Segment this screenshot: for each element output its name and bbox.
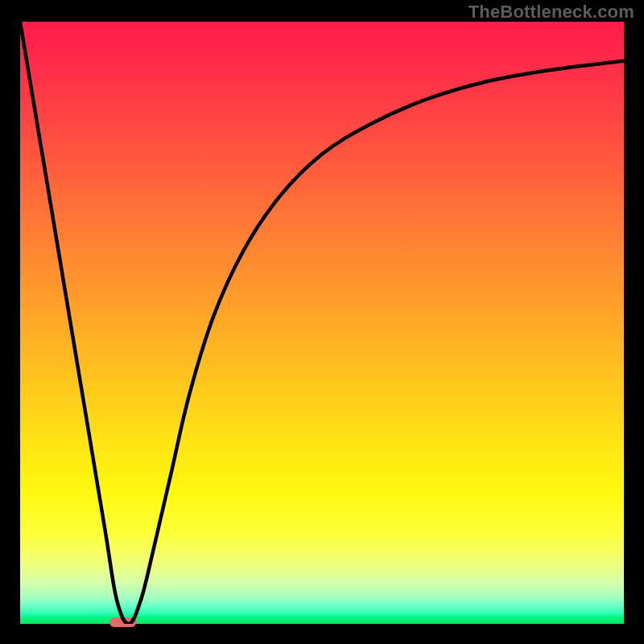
- bottleneck-curve: [20, 22, 624, 624]
- curve-svg: [20, 22, 624, 624]
- plot-area: [20, 22, 624, 624]
- chart-frame: TheBottleneck.com: [0, 0, 644, 644]
- watermark-text: TheBottleneck.com: [469, 2, 634, 23]
